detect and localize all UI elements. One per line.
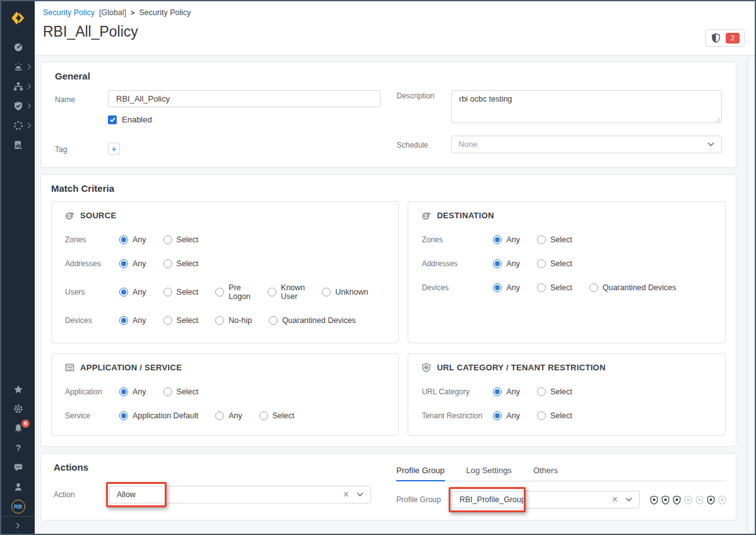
action-select[interactable]: Allow × — [109, 486, 371, 503]
report-icon — [13, 139, 24, 151]
radio-option-any[interactable]: Any — [119, 387, 146, 396]
radio-option-any[interactable]: Any — [119, 316, 146, 325]
radio-option-select[interactable]: Select — [537, 411, 572, 420]
nav-help[interactable]: ? — [1, 438, 35, 457]
criteria-row: Tenant RestrictionAnySelect — [422, 411, 712, 420]
radio-option-select[interactable]: Select — [163, 259, 199, 268]
criteria-row-label: Zones — [65, 235, 119, 244]
radio-option-any[interactable]: Any — [493, 387, 520, 396]
description-textarea[interactable]: rbi ocbc testing — [451, 90, 723, 123]
criteria-row-label: Service — [65, 411, 119, 420]
radio-label: Select — [177, 259, 199, 268]
nav-favorites[interactable] — [1, 379, 35, 399]
radio-option-any[interactable]: Any — [215, 411, 242, 420]
enabled-label: Enabled — [122, 115, 152, 124]
radio-option-any[interactable]: Any — [493, 235, 520, 244]
criteria-row: ServiceApplication DefaultAnySelect — [65, 411, 385, 420]
vulnerability-shield-icon — [661, 495, 670, 505]
radio-option-select[interactable]: Select — [537, 387, 572, 396]
radio-option-select[interactable]: Select — [163, 316, 199, 325]
radio-option-any[interactable]: Any — [119, 235, 146, 244]
nav-dashboard[interactable] — [1, 37, 35, 57]
radio-label: Select — [550, 235, 572, 244]
radio-option-known-user[interactable]: Known User — [268, 283, 305, 301]
nav-objects[interactable] — [1, 115, 35, 135]
actions-tabs: Profile Group Log Settings Others — [396, 463, 727, 481]
criteria-row: DevicesAnySelectNo-hipQuarantined Device… — [65, 316, 385, 325]
radio-option-any[interactable]: Any — [493, 283, 520, 292]
criteria-row-label: URL Category — [422, 387, 493, 396]
policy-issues-button[interactable]: 2 — [706, 29, 745, 47]
radio-label: Select — [177, 288, 199, 297]
radio-option-pre-logon[interactable]: Pre Logon — [215, 283, 251, 301]
radio-label: Select — [550, 411, 572, 420]
criteria-options: AnySelect — [493, 259, 589, 268]
star-icon — [13, 384, 24, 395]
radio-option-any[interactable]: Any — [493, 411, 520, 420]
radio-option-any[interactable]: Any — [119, 288, 146, 297]
clear-icon[interactable]: × — [612, 495, 618, 505]
name-input[interactable] — [108, 90, 381, 107]
schedule-select[interactable]: None — [451, 136, 723, 153]
sidebar-collapse-button[interactable] — [1, 516, 35, 534]
add-tag-button[interactable]: + — [108, 143, 120, 155]
person-icon — [13, 481, 24, 493]
tab-log-settings[interactable]: Log Settings — [466, 463, 512, 481]
radio-option-quarantined-devices[interactable]: Quarantined Devices — [269, 316, 356, 325]
radio-option-select[interactable]: Select — [163, 288, 199, 297]
application-service-panel: APPLICATION / SERVICE ApplicationAnySele… — [51, 353, 399, 436]
application-service-panel-title: APPLICATION / SERVICE — [80, 363, 182, 372]
nav-reports[interactable] — [1, 135, 35, 155]
criteria-row-label: Zones — [422, 235, 493, 244]
avatar: RB — [11, 500, 25, 514]
radio-option-any[interactable]: Any — [119, 259, 146, 268]
radio-label: Any — [133, 288, 146, 297]
radio-icon — [268, 288, 276, 297]
scrollbar-thumb[interactable] — [748, 57, 753, 532]
globe-arrow-icon — [65, 211, 74, 220]
nav-network[interactable] — [1, 76, 35, 96]
radio-option-quarantined-devices[interactable]: Quarantined Devices — [589, 283, 676, 292]
radio-icon — [119, 387, 128, 396]
nav-notifications[interactable]: 6 — [1, 418, 35, 438]
criteria-options: AnySelectNo-hipQuarantined Devices — [119, 316, 373, 325]
radio-option-select[interactable]: Select — [537, 235, 572, 244]
vertical-scrollbar[interactable] — [747, 56, 755, 534]
radio-option-select[interactable]: Select — [537, 259, 572, 268]
chat-icon — [13, 462, 24, 473]
profile-group-select[interactable]: RBI_Profile_Group × — [452, 491, 640, 509]
radio-option-no-hip[interactable]: No-hip — [215, 316, 252, 325]
radio-option-select[interactable]: Select — [259, 411, 295, 420]
url-filtering-shield-icon — [672, 495, 682, 505]
form-content: General Name Enabled — [35, 56, 755, 534]
schedule-value: None — [459, 140, 478, 149]
criteria-row: ZonesAnySelect — [422, 235, 712, 244]
radio-icon — [493, 235, 502, 244]
criteria-row: ApplicationAnySelect — [65, 387, 385, 396]
nav-user[interactable] — [1, 477, 35, 497]
radio-option-any[interactable]: Any — [493, 259, 520, 268]
radio-option-select[interactable]: Select — [537, 283, 572, 292]
radio-option-select[interactable]: Select — [163, 235, 199, 244]
brand-logo[interactable] — [1, 1, 35, 35]
form-footer: * Required Field Cancel Save — [40, 527, 736, 534]
radio-icon — [537, 259, 546, 268]
radio-icon — [537, 283, 546, 292]
nav-settings[interactable] — [1, 399, 35, 418]
nav-alerts[interactable] — [1, 57, 35, 76]
tab-others[interactable]: Others — [533, 463, 558, 481]
radio-option-application-default[interactable]: Application Default — [119, 411, 198, 420]
radio-label: Any — [506, 411, 520, 420]
radio-option-unknown[interactable]: Unknown — [322, 288, 368, 297]
breadcrumb-link-security-policy[interactable]: Security Policy — [43, 8, 95, 17]
actions-section: Actions Action Allow × — [40, 453, 736, 520]
radio-option-select[interactable]: Select — [163, 387, 199, 396]
shield-globe-icon — [422, 363, 431, 372]
tab-profile-group[interactable]: Profile Group — [396, 463, 445, 481]
general-section: General Name Enabled — [40, 62, 736, 168]
nav-account[interactable]: RB — [1, 497, 35, 516]
nav-security[interactable] — [1, 96, 35, 115]
nav-feedback[interactable] — [1, 457, 35, 477]
clear-icon[interactable]: × — [343, 490, 349, 500]
enabled-checkbox[interactable] — [108, 115, 117, 124]
